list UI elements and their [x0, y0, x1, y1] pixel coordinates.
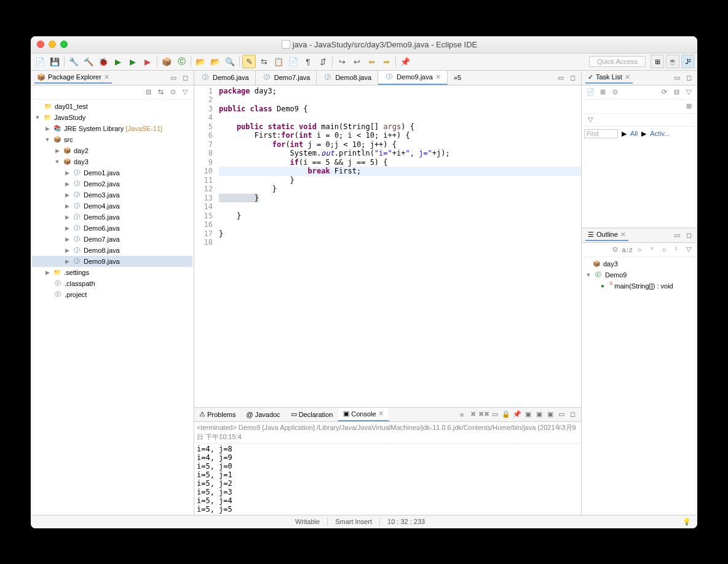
- twist-icon[interactable]: ▶: [44, 125, 50, 132]
- java-perspective-button[interactable]: ☕: [666, 55, 679, 68]
- tree-item[interactable]: ▶ⒿDemo6.java: [32, 223, 192, 234]
- outline-tab[interactable]: ☰Outline ✕: [585, 229, 628, 241]
- maximize-icon[interactable]: ◻: [684, 230, 694, 240]
- run-button[interactable]: ▶: [111, 55, 125, 68]
- tree-item[interactable]: Ⓧ.classpath: [32, 278, 192, 289]
- close-icon[interactable]: ✕: [104, 73, 109, 81]
- tool-icon[interactable]: 📄: [287, 55, 300, 68]
- open-type-button[interactable]: 📂: [194, 55, 207, 68]
- quick-access[interactable]: Quick Access: [589, 56, 646, 67]
- focus-icon[interactable]: ⊙: [610, 245, 620, 255]
- minimize-icon[interactable]: ▭: [556, 410, 566, 419]
- tree-item[interactable]: ▶📦day2: [32, 145, 192, 156]
- tool-icon[interactable]: ⇵: [316, 55, 330, 68]
- tool-icon[interactable]: ¶: [301, 55, 315, 68]
- editor-tab[interactable]: ⒿDemo9.java ✕: [378, 71, 448, 85]
- close-icon[interactable]: ✕: [378, 410, 384, 418]
- menu-icon[interactable]: ▽: [684, 245, 694, 255]
- maximize-icon[interactable]: ◻: [568, 410, 577, 419]
- pin-button[interactable]: 📌: [398, 55, 412, 68]
- tree-item[interactable]: ▼📦src: [32, 134, 192, 145]
- toggle-button[interactable]: ✎: [242, 55, 256, 68]
- sync-icon[interactable]: ⟳: [659, 87, 669, 97]
- new-button[interactable]: 📄: [33, 55, 47, 68]
- minimize-icon[interactable]: ▭: [556, 73, 566, 82]
- overflow-tabs[interactable]: »5: [448, 71, 467, 85]
- link-editor-icon[interactable]: ⇆: [156, 87, 165, 97]
- tree-item[interactable]: Ⓧ.project: [32, 289, 192, 300]
- maximize-icon[interactable]: ◻: [684, 73, 694, 82]
- back-button[interactable]: ⬅: [365, 55, 378, 68]
- tree-item[interactable]: ▶ⒿDemo4.java: [32, 201, 192, 212]
- twist-icon[interactable]: ▼: [44, 137, 50, 143]
- console-output[interactable]: i=4, j=8i=4, j=9i=5, j=0i=5, j=1i=5, j=2…: [194, 443, 581, 515]
- minimize-icon[interactable]: [49, 41, 56, 48]
- close-icon[interactable]: [37, 41, 44, 48]
- tree-item[interactable]: ▶ⒿDemo8.java: [32, 245, 192, 256]
- collapse-icon[interactable]: ⊟: [671, 87, 681, 97]
- code-content[interactable]: package day3; public class Demo9 { publi…: [216, 85, 581, 407]
- editor-tab[interactable]: ⒿDemo8.java: [317, 71, 378, 85]
- hide-static-icon[interactable]: ˢ: [647, 245, 657, 255]
- tree-item[interactable]: ▶ⒿDemo5.java: [32, 212, 192, 223]
- close-icon[interactable]: ✕: [435, 73, 441, 81]
- pin-icon[interactable]: 📌: [512, 410, 522, 419]
- tree-item[interactable]: ▶ⒿDemo3.java: [32, 189, 192, 201]
- tool-icon[interactable]: 🔧: [67, 55, 81, 68]
- tool-icon[interactable]: ↪: [335, 55, 349, 68]
- focus-icon[interactable]: ⊙: [168, 87, 178, 97]
- external-button[interactable]: ▶: [141, 55, 154, 68]
- hide-fields-icon[interactable]: ○: [635, 245, 644, 255]
- maximize-icon[interactable]: [60, 41, 68, 48]
- sort-icon[interactable]: a↓z: [622, 245, 632, 255]
- open-task-button[interactable]: 📂: [208, 55, 222, 68]
- forward-button[interactable]: ➡: [379, 55, 393, 68]
- terminate-icon[interactable]: ■: [457, 410, 467, 419]
- project-tree[interactable]: 📁day01_test ▼📁JavaStudy ▶📚JRE System Lib…: [31, 100, 194, 515]
- package-explorer-tab[interactable]: 📦 Package Explorer ✕: [34, 72, 112, 84]
- display-icon[interactable]: ▣: [523, 410, 533, 419]
- remove-icon[interactable]: ✖: [468, 410, 478, 419]
- search-button[interactable]: 🔍: [223, 55, 237, 68]
- categorize-icon[interactable]: ⊞: [598, 87, 607, 97]
- outline-tree[interactable]: 📦day3 ▼ⒸDemo9 ●S main(String[]) : void: [582, 257, 697, 515]
- maximize-icon[interactable]: ◻: [180, 73, 190, 82]
- debug-button[interactable]: 🐞: [97, 55, 110, 68]
- scroll-lock-icon[interactable]: 🔒: [501, 410, 511, 419]
- twist-icon[interactable]: ▶: [64, 203, 70, 209]
- hide-local-icon[interactable]: ᴸ: [671, 245, 681, 255]
- activate-link[interactable]: Activ...: [650, 130, 670, 137]
- outline-item[interactable]: 📦day3: [583, 258, 696, 269]
- open-console-icon[interactable]: ▣: [534, 410, 544, 419]
- hide-nonpublic-icon[interactable]: ○: [659, 245, 669, 255]
- tree-item[interactable]: ▶ⒿDemo1.java: [32, 167, 192, 178]
- collapse-all-icon[interactable]: ⊟: [143, 87, 153, 97]
- focus-icon[interactable]: ⊙: [610, 87, 620, 97]
- tool-icon[interactable]: 📋: [272, 55, 285, 68]
- new-class-button[interactable]: Ⓒ: [175, 55, 188, 68]
- editor-tab[interactable]: ⒿDemo7.java: [256, 71, 317, 85]
- tree-item[interactable]: ▶ⒿDemo2.java: [32, 178, 192, 189]
- twist-icon[interactable]: ▶: [64, 236, 70, 242]
- javadoc-tab[interactable]: @Javadoc: [241, 408, 285, 421]
- coverage-button[interactable]: ▶: [126, 55, 140, 68]
- tool-icon[interactable]: ⇆: [257, 55, 271, 68]
- menu-icon[interactable]: ▽: [180, 87, 190, 97]
- clear-icon[interactable]: ▭: [490, 410, 500, 419]
- twist-icon[interactable]: ▶: [64, 214, 70, 220]
- twist-icon[interactable]: ▶: [54, 148, 60, 154]
- maximize-icon[interactable]: ◻: [568, 73, 577, 82]
- declaration-tab[interactable]: ▭Declaration: [286, 408, 339, 421]
- twist-icon[interactable]: ▼: [585, 272, 592, 278]
- new-console-icon[interactable]: ▣: [545, 410, 555, 419]
- tree-item[interactable]: 📁day01_test: [32, 101, 192, 112]
- problems-tab[interactable]: ⚠Problems: [194, 408, 241, 421]
- new-task-icon[interactable]: 📄: [585, 87, 595, 97]
- twist-icon[interactable]: ▶: [64, 258, 70, 264]
- java-ee-perspective-button[interactable]: J²: [681, 55, 695, 68]
- close-icon[interactable]: ✕: [620, 231, 626, 239]
- tree-item[interactable]: ▼📦day3: [32, 156, 192, 167]
- tool-icon[interactable]: ↩: [350, 55, 363, 68]
- twist-icon[interactable]: ▶: [64, 247, 70, 253]
- tree-item[interactable]: ▶📚JRE System Library [JavaSE-11]: [32, 123, 192, 134]
